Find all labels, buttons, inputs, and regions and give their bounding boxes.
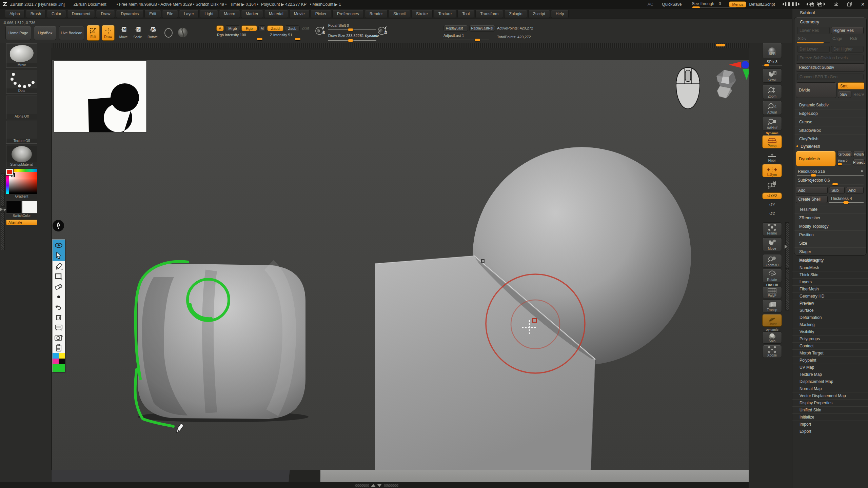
del-higher-button[interactable]: Del Higher — [831, 46, 864, 53]
subsection-header[interactable]: Tessimate — [794, 205, 866, 214]
select-cursor-icon[interactable] — [53, 250, 65, 261]
scroll-button[interactable]: Scroll — [762, 68, 782, 83]
clipboard-icon[interactable] — [53, 343, 65, 353]
and-button[interactable]: And — [846, 187, 864, 194]
rstr-button[interactable]: Rstr — [850, 36, 857, 41]
blur-slider[interactable]: Blur 2 — [838, 159, 851, 163]
tray-handle[interactable] — [1, 174, 5, 207]
floor-button[interactable]: Floor — [762, 151, 782, 163]
ghost-button[interactable]: Ghost — [762, 314, 782, 327]
undo-icon[interactable] — [53, 302, 65, 312]
subsection-header[interactable]: Modify Topology — [794, 222, 866, 230]
draw-size-slider[interactable] — [328, 40, 376, 41]
tool-section-header[interactable]: Normal Map — [792, 385, 868, 392]
draw-button[interactable]: Draw — [102, 25, 115, 41]
menu-item[interactable]: Alpha — [5, 10, 25, 18]
reuv-button[interactable]: ReUV — [853, 92, 864, 97]
current-brush-button[interactable]: Move — [6, 43, 37, 68]
menu-item[interactable]: Marker — [241, 10, 263, 18]
sv-square[interactable] — [9, 172, 37, 194]
focal-shift-slider[interactable] — [328, 29, 376, 30]
menu-item[interactable]: Movie — [289, 10, 310, 18]
menu-item[interactable]: Stroke — [411, 10, 433, 18]
restore-button[interactable] — [847, 2, 852, 7]
rotate-y-button[interactable]: ↺Y — [762, 201, 782, 208]
resolution-dot[interactable] — [861, 170, 863, 172]
menu-item[interactable]: Color — [47, 10, 66, 18]
move-3d-button[interactable]: Move — [762, 238, 782, 251]
mrgb-button[interactable]: Mrgb — [225, 25, 240, 31]
tool-section-header[interactable]: Displacement Map — [792, 378, 868, 385]
menu-item[interactable]: Dynamics — [116, 10, 143, 18]
subsection-header[interactable]: ZRemesher — [794, 214, 866, 222]
live-boolean-button[interactable]: Live Boolean — [59, 26, 84, 40]
tray-handle[interactable] — [1, 212, 5, 250]
default-zscript-button[interactable]: DefaultZScript — [749, 2, 775, 7]
tool-section-header[interactable]: UV Map — [792, 364, 868, 371]
subsection-header[interactable]: Stager — [794, 247, 866, 256]
ui-size-increase-icon[interactable] — [792, 2, 801, 7]
rotate-3d-button[interactable]: Rotate — [762, 269, 782, 282]
polyf-button[interactable]: PolyF — [762, 287, 782, 298]
trash-icon[interactable] — [53, 312, 65, 322]
tool-section-header[interactable]: Export — [792, 428, 868, 435]
texture-off-button[interactable]: Texture Off — [6, 121, 37, 144]
add-button[interactable]: Add — [796, 187, 828, 194]
tool-section-header[interactable]: ArrayMesh — [792, 257, 868, 264]
project-button[interactable]: Project — [853, 159, 865, 165]
suv-button[interactable]: Suv — [838, 91, 851, 98]
divide-button[interactable]: Divide — [796, 82, 836, 98]
menu-item[interactable]: Transform — [475, 10, 503, 18]
tray-up-arrow[interactable] — [371, 484, 376, 487]
menu-item[interactable]: Picker — [311, 10, 331, 18]
solo-button[interactable]: Solo — [762, 331, 782, 344]
close-button[interactable]: × — [861, 2, 865, 7]
stroke-s-icon[interactable]: S — [315, 25, 326, 38]
replay-last-rel-button[interactable]: ReplayLastRel — [469, 25, 495, 32]
polish-button[interactable]: Polish — [853, 151, 865, 157]
tool-section-header[interactable]: Import — [792, 421, 868, 428]
menu-item[interactable]: Material — [264, 10, 288, 18]
zcut-button[interactable]: Zcut — [302, 26, 309, 30]
annotation-palette[interactable] — [53, 353, 65, 372]
tool-section-header[interactable]: Deformation — [792, 314, 868, 321]
camera-lock-button[interactable] — [762, 179, 782, 191]
lsym-button[interactable]: L.Sym — [762, 164, 782, 177]
shelf-scroll-handle[interactable] — [785, 269, 789, 310]
menu-item[interactable]: Render — [365, 10, 388, 18]
subsection-header[interactable]: Position — [794, 230, 866, 239]
menus-button[interactable]: Menus — [729, 1, 746, 7]
alpha-channel-button[interactable]: A — [216, 25, 224, 31]
menu-item[interactable]: Preferences — [332, 10, 364, 18]
secondary-color-swatch[interactable] — [22, 201, 37, 214]
tool-section-header[interactable]: Polygroups — [792, 335, 868, 342]
freeze-subdivision-button[interactable]: Freeze SubDivision Levels — [797, 55, 864, 61]
edit-button[interactable]: Edit — [87, 25, 100, 41]
startup-material-button[interactable]: StartupMaterial — [6, 145, 37, 167]
scale-gyro-button[interactable]: S Scale — [132, 26, 144, 39]
xpose-button[interactable]: Xpose — [762, 345, 782, 358]
current-stroke-button[interactable]: Dots — [6, 70, 37, 94]
document-canvas[interactable] — [52, 60, 749, 470]
panel-shift-left-icon[interactable] — [806, 1, 815, 8]
frame-button[interactable]: Frame — [762, 222, 782, 236]
smt-button[interactable]: Smt — [838, 82, 864, 89]
subsection-header[interactable]: EdgeLoop — [794, 109, 866, 118]
alpha-off-button[interactable]: Alpha Off — [6, 96, 37, 119]
dynamesh-button[interactable]: DynaMesh — [796, 151, 836, 166]
rotate-gyro-button[interactable]: R Rotate — [146, 26, 159, 39]
tray-down-arrow[interactable] — [377, 484, 382, 487]
annotation-pen-icon[interactable] — [53, 220, 64, 231]
menu-item[interactable]: Texture — [434, 10, 456, 18]
see-through-slider[interactable]: See-through 0 — [692, 1, 721, 7]
menu-item[interactable]: Tool — [457, 10, 474, 18]
subsection-header[interactable]: Crease — [794, 118, 866, 126]
persp-button[interactable]: Persp — [762, 135, 782, 148]
aahalf-button[interactable]: AAHalf — [762, 116, 782, 130]
subsection-header[interactable]: Size — [794, 239, 866, 247]
panel-shift-right-icon[interactable] — [817, 1, 826, 8]
stroke-picker-icon[interactable] — [163, 27, 174, 39]
tool-section-header[interactable]: Texture Map — [792, 371, 868, 378]
subsection-header[interactable]: ShadowBox — [794, 126, 866, 135]
sdiv-slider[interactable] — [797, 42, 830, 43]
